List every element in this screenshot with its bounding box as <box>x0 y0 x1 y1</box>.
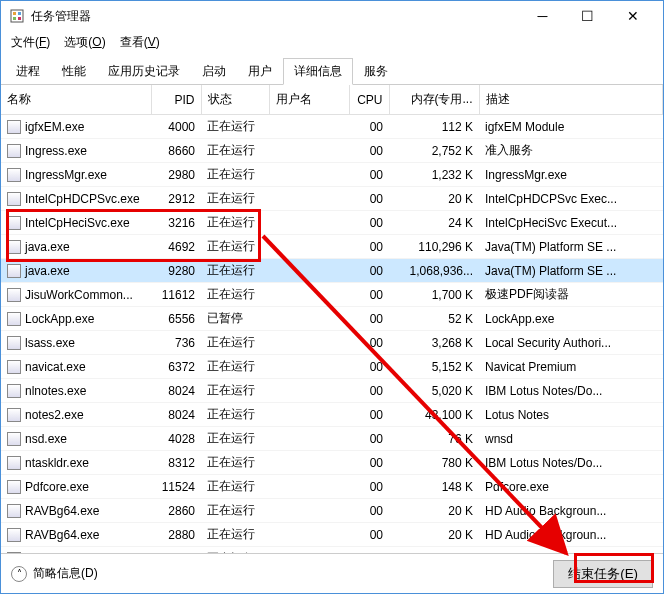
chevron-up-icon: ˄ <box>11 566 27 582</box>
col-desc[interactable]: 描述 <box>479 85 663 115</box>
table-row[interactable]: RAVBg64.exe2860正在运行0020 KHD Audio Backgr… <box>1 499 663 523</box>
table-row[interactable]: JisuWorkCommon...11612正在运行001,700 K极速PDF… <box>1 283 663 307</box>
process-icon <box>7 168 21 182</box>
table-row[interactable]: IntelCpHeciSvc.exe3216正在运行0024 KIntelCpH… <box>1 211 663 235</box>
process-icon <box>7 480 21 494</box>
table-row[interactable]: navicat.exe6372正在运行005,152 KNavicat Prem… <box>1 355 663 379</box>
tab-3[interactable]: 启动 <box>191 58 237 85</box>
table-row[interactable]: Ingress.exe8660正在运行002,752 K准入服务 <box>1 139 663 163</box>
process-icon <box>7 504 21 518</box>
menu-f[interactable]: 文件(F) <box>5 32 56 53</box>
col-status[interactable]: 状态 <box>201 85 269 115</box>
process-icon <box>7 288 21 302</box>
col-cpu[interactable]: CPU <box>349 85 389 115</box>
tab-5[interactable]: 详细信息 <box>283 58 353 85</box>
svg-rect-1 <box>13 12 16 15</box>
process-icon <box>7 384 21 398</box>
table-row[interactable]: IngressMgr.exe2980正在运行001,232 KIngressMg… <box>1 163 663 187</box>
window-title: 任务管理器 <box>31 8 520 25</box>
table-row[interactable]: RAVBg64.exe2880正在运行0020 KHD Audio Backgr… <box>1 523 663 547</box>
menu-o[interactable]: 选项(O) <box>58 32 111 53</box>
process-icon <box>7 432 21 446</box>
process-icon <box>7 456 21 470</box>
process-icon <box>7 120 21 134</box>
table-row[interactable]: igfxEM.exe4000正在运行00112 KigfxEM Module <box>1 115 663 139</box>
table-row[interactable]: IntelCpHDCPSvc.exe2912正在运行0020 KIntelCpH… <box>1 187 663 211</box>
table-row[interactable]: lsass.exe736正在运行003,268 KLocal Security … <box>1 331 663 355</box>
svg-rect-2 <box>18 12 21 15</box>
process-icon <box>7 144 21 158</box>
fewer-details-label: 简略信息(D) <box>33 565 98 582</box>
process-icon <box>7 312 21 326</box>
process-icon <box>7 192 21 206</box>
svg-rect-4 <box>18 17 21 20</box>
process-icon <box>7 264 21 278</box>
app-icon <box>9 8 25 24</box>
table-row[interactable]: java.exe4692正在运行00110,296 KJava(TM) Plat… <box>1 235 663 259</box>
process-table[interactable]: 名称 PID 状态 用户名 CPU 内存(专用... 描述 igfxEM.exe… <box>1 85 663 553</box>
tab-6[interactable]: 服务 <box>353 58 399 85</box>
process-icon <box>7 336 21 350</box>
tab-strip: 进程性能应用历史记录启动用户详细信息服务 <box>1 53 663 85</box>
col-mem[interactable]: 内存(专用... <box>389 85 479 115</box>
minimize-button[interactable]: ─ <box>520 2 565 30</box>
table-row[interactable]: nsd.exe4028正在运行0076 Kwnsd <box>1 427 663 451</box>
col-user[interactable]: 用户名 <box>269 85 349 115</box>
table-row[interactable]: nlnotes.exe8024正在运行005,020 KIBM Lotus No… <box>1 379 663 403</box>
tab-4[interactable]: 用户 <box>237 58 283 85</box>
titlebar: 任务管理器 ─ ☐ ✕ <box>1 1 663 31</box>
process-icon <box>7 240 21 254</box>
svg-rect-0 <box>11 10 23 22</box>
footer: ˄ 简略信息(D) 结束任务(E) <box>1 553 663 593</box>
fewer-details-button[interactable]: ˄ 简略信息(D) <box>11 565 98 582</box>
tab-1[interactable]: 性能 <box>51 58 97 85</box>
table-row[interactable]: notes2.exe8024正在运行0043,100 KLotus Notes <box>1 403 663 427</box>
col-pid[interactable]: PID <box>151 85 201 115</box>
tab-0[interactable]: 进程 <box>5 58 51 85</box>
table-row[interactable]: java.exe9280正在运行001,068,936...Java(TM) P… <box>1 259 663 283</box>
menubar: 文件(F)选项(O)查看(V) <box>1 31 663 53</box>
menu-v[interactable]: 查看(V) <box>114 32 166 53</box>
table-row[interactable]: Pdfcore.exe11524正在运行00148 KPdfcore.exe <box>1 475 663 499</box>
col-name[interactable]: 名称 <box>1 85 151 115</box>
close-button[interactable]: ✕ <box>610 2 655 30</box>
process-icon <box>7 216 21 230</box>
process-icon <box>7 528 21 542</box>
svg-rect-3 <box>13 17 16 20</box>
end-task-button[interactable]: 结束任务(E) <box>553 560 653 588</box>
process-icon <box>7 360 21 374</box>
table-row[interactable]: ntaskldr.exe8312正在运行00780 KIBM Lotus Not… <box>1 451 663 475</box>
table-row[interactable]: LockApp.exe6556已暂停0052 KLockApp.exe <box>1 307 663 331</box>
process-icon <box>7 408 21 422</box>
maximize-button[interactable]: ☐ <box>565 2 610 30</box>
tab-2[interactable]: 应用历史记录 <box>97 58 191 85</box>
